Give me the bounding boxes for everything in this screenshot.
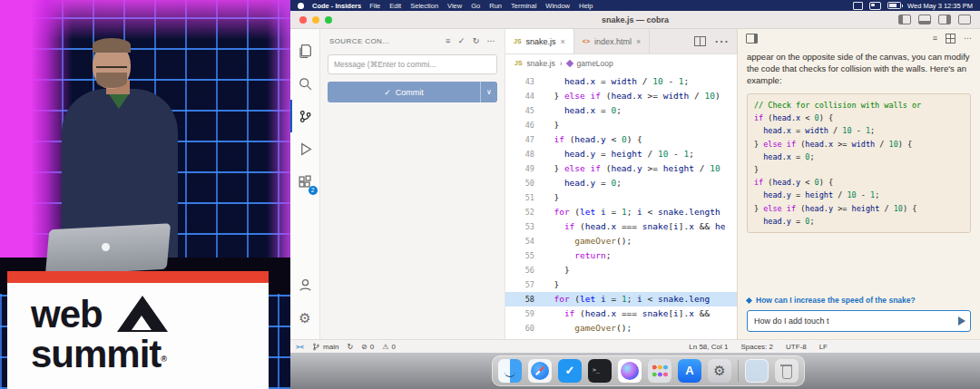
breadcrumb-symbol[interactable]: gameLoop [577,59,613,68]
code-text: for (let i = 1; i < snake.leng [544,292,710,306]
screen-mirroring-icon[interactable] [853,2,863,10]
line-number: 60 [505,321,544,336]
status-item[interactable]: LF [819,343,828,351]
chat-input[interactable] [747,310,971,332]
chat-followup-suggestion[interactable]: How can I increase the speed of the snak… [747,296,971,305]
toggle-panel-icon[interactable] [918,15,931,24]
dock-window-icon[interactable] [745,359,769,383]
accounts-icon[interactable] [290,268,320,301]
code-line-59[interactable]: 59 if (head.x === snake[i].x && [505,306,737,321]
close-tab-icon[interactable]: × [561,37,565,46]
dock-vscode-icon[interactable] [558,359,582,383]
menu-item-help[interactable]: Help [579,2,593,10]
commit-message-input[interactable] [328,54,497,74]
dock-trash-icon[interactable] [775,359,799,383]
remote-indicator-icon[interactable]: >< [296,343,304,351]
refresh-icon[interactable]: ↻ [473,37,480,45]
extensions-icon[interactable]: 2 [290,165,320,198]
code-line-47[interactable]: 47 if (head.y < 0) { [505,132,737,147]
split-editor-icon[interactable] [694,36,706,46]
menu-item-edit[interactable]: Edit [389,2,401,10]
dock-settings-icon[interactable] [708,359,731,383]
code-line-52[interactable]: 52 for (let i = 1; i < snake.length [505,205,737,219]
tab-index-html[interactable]: <> index.html × [574,29,650,53]
commit-button[interactable]: ✓ Commit [328,82,480,102]
chat-more-icon[interactable]: ⋯ [964,34,972,43]
apple-menu-icon[interactable] [298,3,304,9]
battery-icon[interactable] [887,2,901,9]
code-line-54[interactable]: 54 gameOver(); [505,234,737,248]
app-menu-name[interactable]: Code - Insiders [312,2,361,10]
web-summit-triangle-logo [117,296,168,332]
warnings-indicator[interactable]: ⚠0 [382,343,396,351]
code-line-50[interactable]: 50 head.y = 0; [505,176,737,190]
status-item[interactable]: UTF-8 [786,343,807,351]
toggle-secondary-sidebar-icon[interactable] [938,15,951,24]
menu-item-go[interactable]: Go [471,2,480,10]
code-line-51[interactable]: 51 } [505,190,737,205]
menu-item-view[interactable]: View [447,2,462,10]
code-line-53[interactable]: 53 if (head.x === snake[i].x && he [505,219,737,234]
code-line-56[interactable]: 56 } [505,263,737,277]
dock-siri-icon[interactable] [618,359,642,383]
run-and-debug-icon[interactable] [290,132,320,165]
code-line-45[interactable]: 45 head.x = 0; [505,103,737,118]
line-number: 53 [505,219,544,234]
customize-layout-icon[interactable] [958,15,971,24]
minimize-window-button[interactable] [312,16,319,24]
menu-bar-clock[interactable]: Wed May 3 12:35 PM [907,2,973,10]
code-line-60[interactable]: 60 gameOver(); [505,321,737,336]
breadcrumb-file[interactable]: snake.js [527,59,555,68]
commit-check-icon[interactable]: ✓ [458,37,466,45]
source-control-icon[interactable] [290,100,320,132]
menu-item-terminal[interactable]: Terminal [511,2,536,10]
explorer-icon[interactable] [290,34,320,67]
editor-more-actions-icon[interactable]: ⋯ [714,33,729,50]
code-line-44[interactable]: 44 } else if (head.x >= width / 10) [505,89,737,103]
chat-layout-icon[interactable] [946,34,956,44]
menu-item-window[interactable]: Window [545,2,570,10]
code-line-58[interactable]: 58 for (let i = 1; i < snake.leng [505,292,737,306]
dock-terminal-icon[interactable] [588,359,612,383]
chat-code-line: } [754,163,964,176]
settings-gear-icon[interactable]: ⚙ [290,301,320,334]
menu-item-file[interactable]: File [369,2,380,10]
status-item[interactable]: Ln 58, Col 1 [689,343,728,351]
code-line-55[interactable]: 55 return; [505,248,737,263]
close-tab-icon[interactable]: × [636,37,641,46]
copilot-chat-panel: ≡ ⋯ appear on the opposite side of the c… [737,29,980,339]
close-window-button[interactable] [299,16,307,24]
sync-changes-icon[interactable]: ↻ [347,343,353,351]
more-actions-icon[interactable]: ⋯ [487,37,495,45]
maximize-window-button[interactable] [325,16,332,24]
toggle-sidebar-icon[interactable] [898,15,911,24]
code-line-43[interactable]: 43 head.x = width / 10 - 1; [505,74,737,89]
menu-item-run[interactable]: Run [489,2,502,10]
menu-item-selection[interactable]: Selection [410,2,438,10]
git-branch-indicator[interactable]: main [312,343,338,351]
dock-safari-icon[interactable] [528,359,552,383]
source-control-sidebar: SOURCE CON... ≡ ✓ ↻ ⋯ ✓ Commit ∨ [320,29,505,339]
code-line-46[interactable]: 46 } [505,118,737,132]
search-icon[interactable] [290,67,320,100]
code-line-57[interactable]: 57 } [505,277,737,292]
chat-code-line: head.x = width / 10 - 1; [754,124,964,137]
control-center-icon[interactable] [869,2,881,10]
code-line-48[interactable]: 48 head.y = height / 10 - 1; [505,147,737,161]
commit-dropdown-button[interactable]: ∨ [480,82,497,102]
chat-menu-icon[interactable]: ≡ [933,34,937,43]
errors-indicator[interactable]: ⊘0 [361,343,374,351]
dock-appstore-icon[interactable] [678,359,701,383]
dock-launchpad-icon[interactable] [648,359,671,383]
code-text: } [544,277,559,292]
status-item[interactable]: Spaces: 2 [740,343,773,351]
view-as-list-icon[interactable]: ≡ [446,37,451,45]
tab-snake-js[interactable]: JS snake.js × [505,29,574,53]
send-icon[interactable] [958,316,965,326]
code-line-49[interactable]: 49 } else if (head.y >= height / 10 [505,161,737,176]
code-text: } [544,190,559,205]
code-editor[interactable]: 43 head.x = width / 10 - 1;44 } else if … [505,72,737,339]
desktop-wallpaper-strip: 量子位 [290,353,980,389]
dock-finder-icon[interactable] [498,359,522,383]
activity-bar: 2 ⚙ [290,29,320,339]
